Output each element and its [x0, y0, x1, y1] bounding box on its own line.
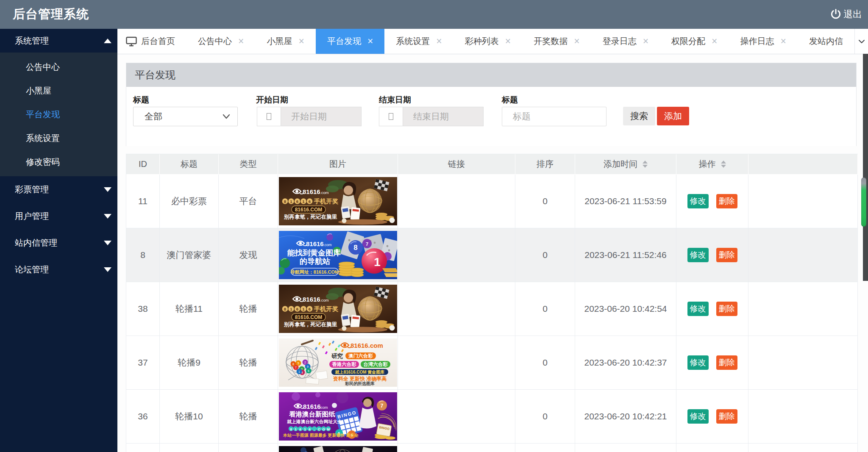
svg-text:1: 1 [374, 255, 381, 269]
cell-image [278, 444, 398, 452]
sidebar-item-系统设置[interactable]: 系统设置 [0, 126, 117, 150]
edit-button[interactable]: 修改 [687, 355, 709, 370]
cell-title: 澳门管家婆 [160, 228, 219, 282]
sidebar-group-彩票管理[interactable]: 彩票管理 [0, 176, 117, 203]
sidebar-item-公告中心[interactable]: 公告中心 [0, 55, 117, 79]
start-date-input[interactable]: 开始日期 [257, 107, 362, 126]
tab-close-icon[interactable]: × [781, 36, 786, 46]
delete-button[interactable]: 删除 [716, 302, 737, 316]
calendar-icon [379, 107, 403, 126]
svg-text:81616: 81616 [303, 403, 321, 410]
tab-overflow-button[interactable] [854, 29, 868, 54]
svg-text:M: M [327, 427, 330, 431]
tab-权限分配[interactable]: 权限分配× [660, 29, 729, 54]
sort-asc-icon[interactable] [643, 161, 648, 164]
svg-text:81616.com: 81616.com [351, 342, 383, 349]
cell-title: 轮播9 [160, 336, 219, 390]
scrollbar-thumb[interactable] [861, 177, 866, 227]
tab-平台发现[interactable]: 平台发现× [316, 29, 384, 54]
delete-button[interactable]: 删除 [716, 248, 737, 262]
tab-操作日志[interactable]: 操作日志× [729, 29, 798, 54]
edit-button[interactable]: 修改 [687, 248, 709, 262]
title-input[interactable]: 标题 [502, 107, 606, 126]
monitor-icon [126, 36, 137, 47]
filter-panel: 平台发现 标题 全部 开始日期 开始日期 结束日期 结束日期 标题 [126, 63, 857, 146]
cell-id: 37 [126, 336, 160, 390]
tab-登录日志[interactable]: 登录日志× [591, 29, 660, 54]
column-header-time[interactable]: 添加时间 [575, 154, 676, 175]
cell-link [398, 282, 515, 336]
tab-后台首页[interactable]: 后台首页 [117, 29, 186, 54]
sort-asc-icon[interactable] [721, 161, 726, 164]
tab-公告中心[interactable]: 公告中心× [186, 29, 255, 54]
panel-title: 平台发现 [126, 63, 856, 87]
cell-link [398, 390, 515, 444]
cell-link [398, 444, 515, 452]
sidebar-item-平台发现[interactable]: 平台发现 [0, 103, 117, 126]
cell-link [398, 175, 515, 228]
sidebar-item-修改密码[interactable]: 修改密码 [0, 150, 117, 174]
sidebar-group-用户管理[interactable]: 用户管理 [0, 203, 117, 230]
tab-小黑屋[interactable]: 小黑屋× [255, 29, 315, 54]
sidebar-item-小黑屋[interactable]: 小黑屋 [0, 79, 117, 103]
tab-close-icon[interactable]: × [643, 36, 648, 46]
tab-close-icon[interactable]: × [436, 36, 442, 46]
sort-icon[interactable] [643, 161, 648, 168]
tab-系统设置[interactable]: 系统设置× [384, 29, 453, 54]
sidebar-group-label: 论坛管理 [15, 264, 49, 275]
sidebar-group-论坛管理[interactable]: 论坛管理 [0, 256, 117, 283]
cell-type: 轮播 [219, 390, 278, 444]
edit-button[interactable]: 修改 [687, 194, 709, 208]
sidebar: 系统管理公告中心小黑屋平台发现系统设置修改密码彩票管理用户管理站内信管理论坛管理 [0, 29, 117, 452]
search-button[interactable]: 搜索 [623, 107, 655, 125]
svg-text:彩民的所选图库: 彩民的所选图库 [345, 381, 375, 386]
delete-button[interactable]: 删除 [716, 409, 737, 424]
type-select[interactable]: 全部 [133, 107, 238, 126]
sidebar-group-系统管理[interactable]: 系统管理 [0, 29, 117, 53]
cell-title: 轮播11 [160, 282, 219, 336]
tab-close-icon[interactable]: × [505, 36, 511, 46]
svg-text:台湾六合彩: 台湾六合彩 [363, 361, 388, 367]
tab-close-icon[interactable]: × [367, 36, 373, 46]
sort-desc-icon[interactable] [643, 165, 648, 168]
cell-id: 38 [126, 282, 160, 336]
tab-close-icon[interactable]: × [574, 36, 579, 46]
svg-text:研究: 研究 [331, 353, 343, 359]
cell-actions: 修改删除 [676, 336, 748, 390]
column-header-label: ID [139, 159, 147, 169]
cell-image: 81616.com81616手机开奖81616.COM别再拿笔，死记在脑里 [278, 175, 398, 228]
type-filter-label: 标题 [133, 94, 149, 105]
cell-actions: 修改删除 [676, 282, 748, 336]
column-header-label: 操作 [699, 158, 716, 170]
cell-type: 轮播 [219, 282, 278, 336]
delete-button[interactable]: 删除 [716, 355, 737, 370]
svg-text:C: C [317, 427, 320, 431]
logout-button[interactable]: 退出 [829, 8, 862, 21]
cell-type: 轮播 [219, 336, 278, 390]
tab-开奖数据[interactable]: 开奖数据× [522, 29, 591, 54]
end-date-input[interactable]: 结束日期 [379, 107, 484, 126]
sidebar-group-label: 彩票管理 [15, 184, 49, 195]
sort-desc-icon[interactable] [721, 165, 726, 168]
sidebar-group-站内信管理[interactable]: 站内信管理 [0, 230, 117, 256]
scrollbar-track[interactable] [863, 54, 868, 281]
svg-text:1: 1 [302, 307, 305, 311]
svg-text:1: 1 [302, 199, 305, 204]
type-select-value: 全部 [145, 111, 162, 122]
tab-发站内信[interactable]: 发站内信 [798, 29, 854, 54]
banner-image: 81616.com81616手机开奖81616.COM别再拿笔，死记在脑里 [279, 177, 397, 225]
tab-close-icon[interactable]: × [298, 36, 304, 46]
tab-close-icon[interactable]: × [712, 36, 717, 46]
column-header-filler [748, 154, 858, 175]
delete-button[interactable]: 删除 [716, 194, 737, 208]
column-header-actions[interactable]: 操作 [676, 154, 748, 175]
tab-close-icon[interactable]: × [238, 36, 244, 46]
edit-button[interactable]: 修改 [687, 409, 709, 424]
tab-彩种列表[interactable]: 彩种列表× [453, 29, 522, 54]
add-button[interactable]: 添加 [657, 107, 689, 125]
svg-text:的导航站: 的导航站 [300, 257, 330, 266]
svg-text:.com: .com [320, 190, 329, 195]
edit-button[interactable]: 修改 [687, 302, 709, 316]
power-icon [829, 8, 843, 21]
sort-icon[interactable] [721, 161, 726, 168]
